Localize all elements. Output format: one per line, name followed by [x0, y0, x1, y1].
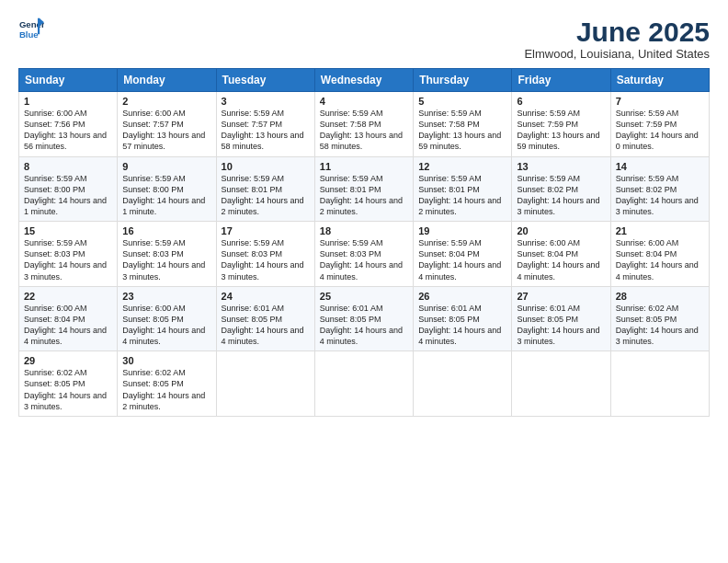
day-cell-8: 8Sunrise: 5:59 AMSunset: 8:00 PMDaylight… [19, 156, 118, 222]
day-info: Sunrise: 6:00 AMSunset: 8:04 PMDaylight:… [616, 237, 704, 282]
day-info: Sunrise: 6:01 AMSunset: 8:05 PMDaylight:… [222, 303, 310, 348]
day-number: 5 [418, 96, 506, 107]
month-title: June 2025 [524, 17, 710, 47]
day-number: 18 [320, 225, 408, 236]
day-cell-13: 13Sunrise: 5:59 AMSunset: 8:02 PMDayligh… [512, 156, 610, 222]
day-info: Sunrise: 5:59 AMSunset: 8:00 PMDaylight:… [24, 173, 112, 218]
day-info: Sunrise: 5:59 AMSunset: 8:03 PMDaylight:… [24, 237, 112, 282]
day-cell-25: 25Sunrise: 6:01 AMSunset: 8:05 PMDayligh… [314, 286, 413, 351]
day-info: Sunrise: 5:59 AMSunset: 8:03 PMDaylight:… [122, 237, 210, 282]
day-info: Sunrise: 5:59 AMSunset: 8:02 PMDaylight:… [517, 173, 605, 218]
week-row-4: 22Sunrise: 6:00 AMSunset: 8:04 PMDayligh… [19, 286, 710, 351]
day-info: Sunrise: 6:01 AMSunset: 8:05 PMDaylight:… [418, 303, 506, 348]
day-info: Sunrise: 6:02 AMSunset: 8:05 PMDaylight:… [24, 367, 112, 412]
day-number: 9 [122, 161, 210, 172]
day-number: 21 [616, 225, 704, 236]
day-info: Sunrise: 5:59 AMSunset: 8:01 PMDaylight:… [320, 173, 408, 218]
logo: General Blue [18, 17, 44, 42]
empty-cell [512, 351, 610, 417]
day-number: 19 [418, 225, 506, 236]
day-number: 12 [418, 161, 506, 172]
day-number: 1 [24, 96, 112, 107]
day-number: 24 [222, 291, 310, 302]
day-cell-10: 10Sunrise: 5:59 AMSunset: 8:01 PMDayligh… [216, 156, 314, 222]
day-cell-18: 18Sunrise: 5:59 AMSunset: 8:03 PMDayligh… [314, 222, 413, 287]
day-info: Sunrise: 5:59 AMSunset: 7:58 PMDaylight:… [320, 108, 408, 153]
day-info: Sunrise: 5:59 AMSunset: 8:01 PMDaylight:… [222, 173, 310, 218]
empty-cell [314, 351, 413, 417]
day-info: Sunrise: 6:00 AMSunset: 7:56 PMDaylight:… [24, 108, 112, 153]
day-cell-22: 22Sunrise: 6:00 AMSunset: 8:04 PMDayligh… [19, 286, 118, 351]
day-info: Sunrise: 5:59 AMSunset: 7:58 PMDaylight:… [418, 108, 506, 153]
day-cell-17: 17Sunrise: 5:59 AMSunset: 8:03 PMDayligh… [216, 222, 314, 287]
day-number: 6 [517, 96, 605, 107]
day-cell-2: 2Sunrise: 6:00 AMSunset: 7:57 PMDaylight… [118, 92, 216, 157]
day-cell-3: 3Sunrise: 5:59 AMSunset: 7:57 PMDaylight… [216, 92, 314, 157]
weekday-sunday: Sunday [19, 69, 118, 92]
week-row-1: 1Sunrise: 6:00 AMSunset: 7:56 PMDaylight… [19, 92, 710, 157]
day-number: 16 [122, 225, 210, 236]
day-number: 10 [222, 161, 310, 172]
day-number: 22 [24, 291, 112, 302]
day-number: 27 [517, 291, 605, 302]
day-cell-20: 20Sunrise: 6:00 AMSunset: 8:04 PMDayligh… [512, 222, 610, 287]
weekday-saturday: Saturday [610, 69, 709, 92]
day-info: Sunrise: 5:59 AMSunset: 8:04 PMDaylight:… [418, 237, 506, 282]
weekday-friday: Friday [512, 69, 610, 92]
logo-icon: General Blue [18, 17, 44, 42]
day-cell-12: 12Sunrise: 5:59 AMSunset: 8:01 PMDayligh… [414, 156, 512, 222]
day-number: 29 [24, 355, 112, 366]
day-info: Sunrise: 5:59 AMSunset: 7:57 PMDaylight:… [222, 108, 310, 153]
day-info: Sunrise: 6:01 AMSunset: 8:05 PMDaylight:… [517, 303, 605, 348]
day-number: 28 [616, 291, 704, 302]
calendar-table: SundayMondayTuesdayWednesdayThursdayFrid… [18, 68, 710, 417]
weekday-wednesday: Wednesday [314, 69, 413, 92]
weekday-monday: Monday [118, 69, 216, 92]
day-cell-26: 26Sunrise: 6:01 AMSunset: 8:05 PMDayligh… [414, 286, 512, 351]
week-row-5: 29Sunrise: 6:02 AMSunset: 8:05 PMDayligh… [19, 351, 710, 417]
day-info: Sunrise: 5:59 AMSunset: 8:03 PMDaylight:… [320, 237, 408, 282]
title-block: June 2025 Elmwood, Louisiana, United Sta… [524, 17, 710, 61]
day-number: 2 [122, 96, 210, 107]
day-cell-29: 29Sunrise: 6:02 AMSunset: 8:05 PMDayligh… [19, 351, 118, 417]
day-number: 17 [222, 225, 310, 236]
location: Elmwood, Louisiana, United States [524, 47, 710, 61]
day-number: 20 [517, 225, 605, 236]
day-info: Sunrise: 5:59 AMSunset: 7:59 PMDaylight:… [517, 108, 605, 153]
day-cell-4: 4Sunrise: 5:59 AMSunset: 7:58 PMDaylight… [314, 92, 413, 157]
day-info: Sunrise: 5:59 AMSunset: 8:01 PMDaylight:… [418, 173, 506, 218]
day-info: Sunrise: 6:01 AMSunset: 8:05 PMDaylight:… [320, 303, 408, 348]
day-number: 8 [24, 161, 112, 172]
day-info: Sunrise: 5:59 AMSunset: 8:03 PMDaylight:… [222, 237, 310, 282]
day-info: Sunrise: 6:00 AMSunset: 7:57 PMDaylight:… [122, 108, 210, 153]
day-cell-28: 28Sunrise: 6:02 AMSunset: 8:05 PMDayligh… [610, 286, 709, 351]
day-number: 13 [517, 161, 605, 172]
day-info: Sunrise: 6:00 AMSunset: 8:04 PMDaylight:… [517, 237, 605, 282]
day-cell-27: 27Sunrise: 6:01 AMSunset: 8:05 PMDayligh… [512, 286, 610, 351]
day-cell-1: 1Sunrise: 6:00 AMSunset: 7:56 PMDaylight… [19, 92, 118, 157]
header: General Blue June 2025 Elmwood, Louisian… [18, 17, 710, 61]
day-cell-14: 14Sunrise: 5:59 AMSunset: 8:02 PMDayligh… [610, 156, 709, 222]
day-info: Sunrise: 6:02 AMSunset: 8:05 PMDaylight:… [122, 367, 210, 412]
day-number: 23 [122, 291, 210, 302]
week-row-3: 15Sunrise: 5:59 AMSunset: 8:03 PMDayligh… [19, 222, 710, 287]
day-cell-24: 24Sunrise: 6:01 AMSunset: 8:05 PMDayligh… [216, 286, 314, 351]
empty-cell [216, 351, 314, 417]
day-cell-23: 23Sunrise: 6:00 AMSunset: 8:05 PMDayligh… [118, 286, 216, 351]
day-number: 7 [616, 96, 704, 107]
day-cell-7: 7Sunrise: 5:59 AMSunset: 7:59 PMDaylight… [610, 92, 709, 157]
day-number: 11 [320, 161, 408, 172]
day-cell-11: 11Sunrise: 5:59 AMSunset: 8:01 PMDayligh… [314, 156, 413, 222]
day-info: Sunrise: 6:02 AMSunset: 8:05 PMDaylight:… [616, 303, 704, 348]
day-info: Sunrise: 5:59 AMSunset: 8:00 PMDaylight:… [122, 173, 210, 218]
day-number: 3 [222, 96, 310, 107]
day-number: 25 [320, 291, 408, 302]
day-cell-6: 6Sunrise: 5:59 AMSunset: 7:59 PMDaylight… [512, 92, 610, 157]
week-row-2: 8Sunrise: 5:59 AMSunset: 8:00 PMDaylight… [19, 156, 710, 222]
empty-cell [610, 351, 709, 417]
day-number: 30 [122, 355, 210, 366]
day-cell-9: 9Sunrise: 5:59 AMSunset: 8:00 PMDaylight… [118, 156, 216, 222]
weekday-thursday: Thursday [414, 69, 512, 92]
day-cell-15: 15Sunrise: 5:59 AMSunset: 8:03 PMDayligh… [19, 222, 118, 287]
day-cell-30: 30Sunrise: 6:02 AMSunset: 8:05 PMDayligh… [118, 351, 216, 417]
